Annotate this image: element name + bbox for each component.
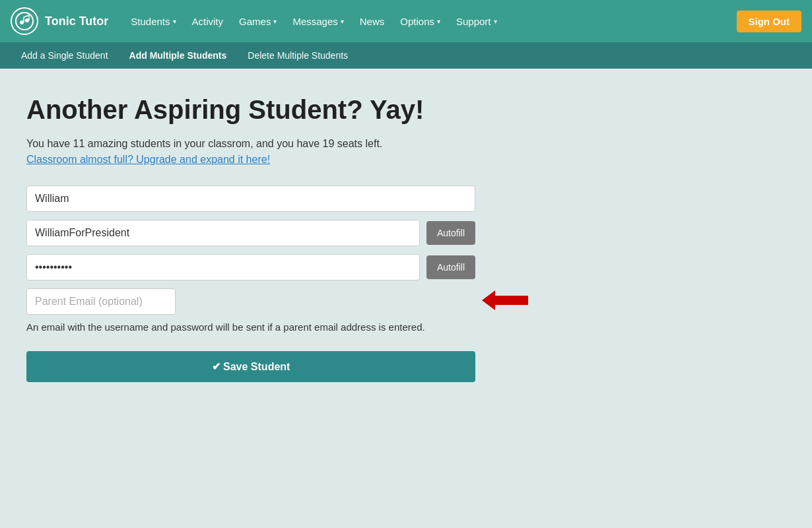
brand-name: Tonic Tutor (45, 15, 108, 28)
chevron-down-icon: ▾ (341, 18, 344, 25)
top-navigation: Tonic Tutor Students ▾ Activity Games ▾ … (0, 0, 812, 42)
nav-items: Students ▾ Activity Games ▾ Messages ▾ N… (124, 11, 736, 32)
subnav-add-single[interactable]: Add a Single Student (11, 45, 119, 66)
nav-item-students[interactable]: Students ▾ (124, 11, 182, 32)
brand: Tonic Tutor (11, 7, 108, 35)
svg-point-0 (16, 13, 33, 30)
svg-line-5 (24, 15, 29, 17)
username-row: Autofill (26, 220, 475, 246)
arrow-indicator (482, 290, 528, 313)
chevron-down-icon: ▾ (494, 18, 497, 25)
save-student-button[interactable]: ✔ Save Student (26, 351, 475, 382)
nav-item-support[interactable]: Support ▾ (450, 11, 504, 32)
upgrade-link[interactable]: Classroom almost full? Upgrade and expan… (26, 154, 270, 166)
autofill-username-button[interactable]: Autofill (426, 221, 475, 245)
autofill-password-button[interactable]: Autofill (426, 255, 475, 279)
nav-item-messages[interactable]: Messages ▾ (286, 11, 350, 32)
chevron-down-icon: ▾ (273, 18, 277, 25)
name-row (26, 185, 475, 212)
svg-point-2 (25, 18, 29, 22)
username-input[interactable] (26, 220, 420, 246)
subnav-delete-multiple[interactable]: Delete Multiple Students (237, 45, 358, 66)
add-student-form: Autofill Autofill An email with the user… (26, 185, 475, 382)
parent-email-row (26, 288, 475, 315)
subnav-add-multiple[interactable]: Add Multiple Students (119, 45, 238, 66)
nav-item-games[interactable]: Games ▾ (232, 11, 283, 32)
password-input[interactable] (26, 254, 420, 280)
svg-marker-6 (482, 290, 528, 310)
sign-out-button[interactable]: Sign Out (737, 11, 802, 32)
student-count-text: You have 11 amazing students in your cla… (26, 138, 568, 150)
parent-email-input[interactable] (26, 288, 176, 315)
password-row: Autofill (26, 254, 475, 280)
svg-point-1 (20, 20, 24, 24)
nav-item-activity[interactable]: Activity (186, 11, 230, 32)
chevron-down-icon: ▾ (173, 18, 176, 25)
nav-item-news[interactable]: News (353, 11, 391, 32)
nav-item-options[interactable]: Options ▾ (393, 11, 447, 32)
page-title: Another Aspiring Student? Yay! (26, 95, 568, 125)
student-name-input[interactable] (26, 185, 475, 212)
chevron-down-icon: ▾ (437, 18, 440, 25)
email-hint-text: An email with the username and password … (26, 321, 475, 333)
brand-logo (11, 7, 38, 35)
sub-navigation: Add a Single Student Add Multiple Studen… (0, 42, 812, 69)
main-content: Another Aspiring Student? Yay! You have … (0, 69, 594, 409)
